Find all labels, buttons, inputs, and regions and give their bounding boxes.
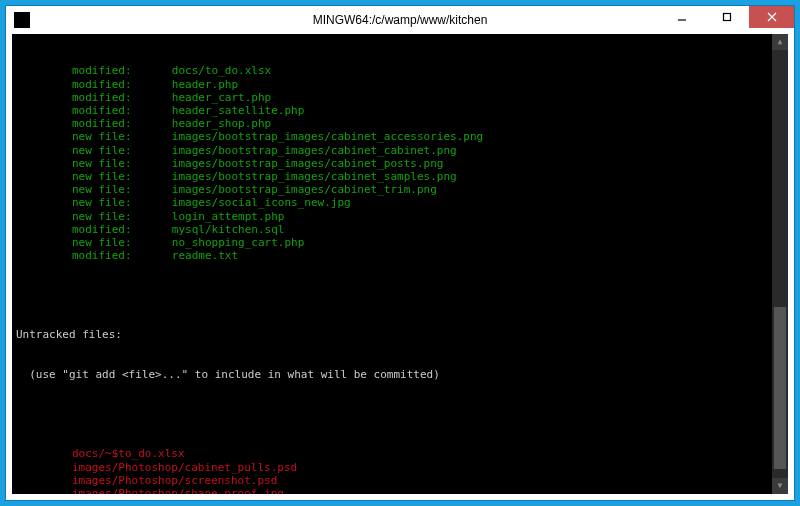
scroll-up-button[interactable]: ▲ xyxy=(772,34,788,50)
terminal-body[interactable]: modified: docs/to_do.xlsxmodified: heade… xyxy=(12,34,788,494)
minimize-button[interactable] xyxy=(659,6,704,28)
close-icon xyxy=(767,12,777,22)
untracked-file-line: images/Photoshop/shane_proof.jpg xyxy=(16,487,782,494)
status-change-line: new file: images/bootstrap_images/cabine… xyxy=(16,157,782,170)
status-change-line: modified: header_shop.php xyxy=(16,117,782,130)
status-change-line: new file: images/bootstrap_images/cabine… xyxy=(16,144,782,157)
maximize-button[interactable] xyxy=(704,6,749,28)
scroll-thumb[interactable] xyxy=(774,307,786,470)
status-change-line: new file: no_shopping_cart.php xyxy=(16,236,782,249)
titlebar[interactable]: MINGW64:/c/wamp/www/kitchen xyxy=(6,6,794,34)
window-controls xyxy=(659,6,794,28)
untracked-header: Untracked files: xyxy=(16,328,782,341)
status-change-line: modified: readme.txt xyxy=(16,249,782,262)
terminal-window: MINGW64:/c/wamp/www/kitchen modified: do… xyxy=(5,5,795,501)
svg-rect-1 xyxy=(723,14,730,21)
status-change-line: modified: mysql/kitchen.sql xyxy=(16,223,782,236)
scroll-track[interactable] xyxy=(772,50,788,478)
untracked-hint: (use "git add <file>..." to include in w… xyxy=(16,368,782,381)
status-change-line: modified: header_satellite.php xyxy=(16,104,782,117)
status-change-line: new file: images/bootstrap_images/cabine… xyxy=(16,170,782,183)
untracked-file-line: docs/~$to_do.xlsx xyxy=(16,447,782,460)
minimize-icon xyxy=(677,12,687,22)
status-change-line: new file: images/bootstrap_images/cabine… xyxy=(16,183,782,196)
status-change-line: modified: header.php xyxy=(16,78,782,91)
untracked-files-list: docs/~$to_do.xlsximages/Photoshop/cabine… xyxy=(16,447,782,494)
status-change-line: new file: images/social_icons_new.jpg xyxy=(16,196,782,209)
scroll-down-button[interactable]: ▼ xyxy=(772,478,788,494)
scrollbar[interactable]: ▲ ▼ xyxy=(772,34,788,494)
app-icon xyxy=(14,12,30,28)
status-change-line: new file: images/bootstrap_images/cabine… xyxy=(16,130,782,143)
untracked-file-line: images/Photoshop/cabinet_pulls.psd xyxy=(16,461,782,474)
untracked-file-line: images/Photoshop/screenshot.psd xyxy=(16,474,782,487)
status-change-line: new file: login_attempt.php xyxy=(16,210,782,223)
window-title: MINGW64:/c/wamp/www/kitchen xyxy=(313,13,488,27)
status-change-line: modified: docs/to_do.xlsx xyxy=(16,64,782,77)
close-button[interactable] xyxy=(749,6,794,28)
status-change-line: modified: header_cart.php xyxy=(16,91,782,104)
maximize-icon xyxy=(722,12,732,22)
staged-changes-list: modified: docs/to_do.xlsxmodified: heade… xyxy=(16,64,782,262)
